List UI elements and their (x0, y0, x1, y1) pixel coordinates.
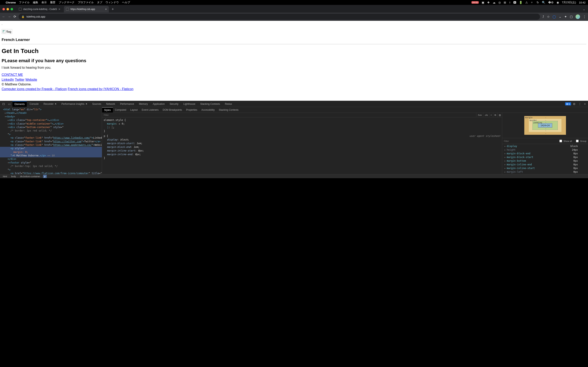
ime-icon[interactable]: A (513, 1, 516, 4)
forward-button[interactable]: → (8, 15, 11, 18)
app-name[interactable]: Chrome (6, 1, 16, 4)
stage-manager-icon[interactable]: ▣ (482, 1, 484, 4)
tab-redux[interactable]: Redux (223, 101, 234, 107)
tab-console[interactable]: Console (27, 101, 41, 107)
issues-badge[interactable]: ▤ 1 (565, 102, 571, 105)
maximize-window-button[interactable] (11, 8, 13, 10)
control-center-icon[interactable]: �⚙ (548, 1, 554, 4)
siri-icon[interactable]: ◉ (557, 1, 559, 4)
sidetab-styles[interactable]: Styles (102, 107, 113, 113)
tab-memory[interactable]: Memory (137, 101, 150, 107)
credit-computer-icons-link[interactable]: Computer icons created by Freepik - Flat… (2, 87, 67, 91)
sidetab-properties[interactable]: Properties (184, 108, 199, 112)
lock-icon[interactable]: 🔒 (21, 15, 25, 18)
sidepanel-icon[interactable]: ▢ (570, 15, 573, 18)
menu-history[interactable]: 履歴 (50, 1, 55, 4)
dom-tree[interactable]: <html lang="en" dir="ltr"> ▸<head>…</hea… (0, 107, 102, 174)
menu-help[interactable]: ヘルプ (122, 1, 130, 4)
wifi-icon[interactable]: ᯤ (531, 1, 534, 4)
close-window-button[interactable] (2, 8, 5, 10)
styles-filter-input[interactable] (102, 113, 476, 117)
box-model[interactable]: margin- border- padding- 1424×24 - - - (502, 113, 588, 138)
bc-html[interactable]: html (2, 175, 8, 178)
more-icon[interactable]: ⋮ (577, 102, 582, 106)
profile-avatar[interactable] (576, 15, 580, 19)
close-tab-icon[interactable]: × (59, 8, 60, 11)
bc-p[interactable]: p (43, 175, 47, 178)
twitter-link[interactable]: Twitter (15, 78, 25, 81)
cube-icon[interactable]: ❖ (487, 1, 490, 4)
sidetab-stacking[interactable]: Stacking Contexts (217, 108, 241, 112)
tab-stacking[interactable]: Stacking Contexts (198, 101, 222, 107)
menubar-date[interactable]: 7月23日(土) (562, 1, 576, 4)
tab-network[interactable]: Network (104, 101, 117, 107)
menu-bookmarks[interactable]: ブックマーク (59, 1, 75, 4)
bc-body[interactable]: body (10, 175, 17, 178)
tab-search-icon[interactable]: ⌄ (583, 8, 586, 11)
circle-icon[interactable]: ◎ (498, 1, 501, 4)
tab-sources[interactable]: Sources (90, 101, 103, 107)
tab-app[interactable]: https://kdefmq.csb.app × (64, 6, 109, 12)
menubar-clock[interactable]: 10:42 (579, 1, 586, 4)
tab-codesandbox[interactable]: dazzling-curie-kdefmq - CodeS × (17, 6, 62, 12)
share-icon[interactable]: ⤴ (543, 15, 544, 18)
group-checkbox[interactable]: Group (573, 138, 588, 144)
wifi-icon[interactable]: ⚠︎ (525, 1, 528, 4)
grid-icon[interactable]: ⊞ (504, 1, 506, 4)
new-style-rule-icon[interactable]: + (489, 113, 493, 117)
menu-file[interactable]: ファイル (19, 1, 30, 4)
sidetab-computed[interactable]: Computed (113, 108, 128, 112)
contact-me-link[interactable]: CONTACT ME (2, 73, 23, 76)
sidetab-dom-breakpoints[interactable]: DOM Breakpoints (161, 108, 184, 112)
tab-application[interactable]: Application (151, 101, 167, 107)
computed-toggle-icon[interactable]: ⧉ (493, 113, 497, 117)
bluetooth-icon[interactable]: ᚼ (509, 1, 511, 4)
dom-breadcrumb[interactable]: html› body› div.bottom-container› p (0, 174, 588, 178)
menu-window[interactable]: ウィンドウ (105, 1, 119, 4)
inspect-icon[interactable]: ⮹ (1, 102, 6, 106)
tab-perf-insights[interactable]: Performance insights ⚑ (60, 101, 89, 107)
credit-french-icons-link[interactable]: French icons created by IYAHICON - Flati… (68, 87, 134, 91)
address-bar[interactable]: 🔒 kdefmq.csb.app (18, 14, 540, 20)
timer-icon[interactable]: 04:05 (471, 1, 479, 4)
clock-icon[interactable]: ↻ (536, 1, 539, 4)
star-icon[interactable]: ☆ (547, 15, 550, 18)
bc-div[interactable]: div.bottom-container (19, 175, 42, 178)
minimize-window-button[interactable] (7, 8, 9, 10)
kebab-menu-icon[interactable]: ⋮ (583, 15, 586, 18)
extension-icon[interactable]: ◯ (553, 15, 556, 18)
toggle-pane-icon[interactable]: ▥ (497, 113, 502, 117)
spotlight-icon[interactable]: 🔍 (542, 1, 545, 4)
settings-icon[interactable]: ⚙ (572, 102, 577, 106)
device-toggle-icon[interactable]: ▭ (7, 102, 12, 106)
close-tab-icon[interactable]: × (105, 8, 107, 11)
pocket-icon[interactable]: ⌄ (559, 15, 562, 18)
menu-profile[interactable]: プロファイル (78, 1, 94, 4)
tab-security[interactable]: Security (168, 101, 181, 107)
computed-filter-input[interactable] (502, 139, 557, 143)
sidetab-layout[interactable]: Layout (128, 108, 140, 112)
show-all-checkbox[interactable]: Show all (557, 138, 574, 144)
sidetab-event-listeners[interactable]: Event Listeners (140, 108, 161, 112)
reload-button[interactable]: ⟳ (13, 15, 16, 18)
linkedin-link[interactable]: LinkedIn (2, 78, 14, 81)
tab-lighthouse[interactable]: Lighthouse (181, 101, 198, 107)
hov-toggle[interactable]: :hov (476, 113, 483, 117)
cls-toggle[interactable]: .cls (483, 113, 489, 117)
extensions-icon[interactable]: ✦ (564, 15, 567, 18)
tab-recorder[interactable]: Recorder ⚑ (42, 101, 59, 107)
back-button[interactable]: ← (2, 15, 5, 18)
cloud-icon[interactable]: ☁ (493, 1, 495, 4)
menu-tab[interactable]: タブ (97, 1, 102, 4)
menu-view[interactable]: 表示 (42, 1, 47, 4)
tab-elements[interactable]: Elements (12, 101, 27, 107)
menu-edit[interactable]: 編集 (33, 1, 38, 4)
styles-rules[interactable]: element.style { margin: ▸ 0; ┊: ┊; } use… (102, 117, 502, 161)
close-devtools-icon[interactable]: × (583, 102, 587, 106)
tab-performance[interactable]: Performance (118, 101, 136, 107)
sidetab-accessibility[interactable]: Accessibility (199, 108, 217, 112)
website-link[interactable]: Website (25, 78, 37, 81)
computed-list[interactable]: ▸displayblock▸height24px▸margin-block-en… (502, 144, 588, 174)
new-tab-button[interactable]: + (111, 7, 115, 11)
battery-icon[interactable]: 🔋 (519, 1, 522, 4)
